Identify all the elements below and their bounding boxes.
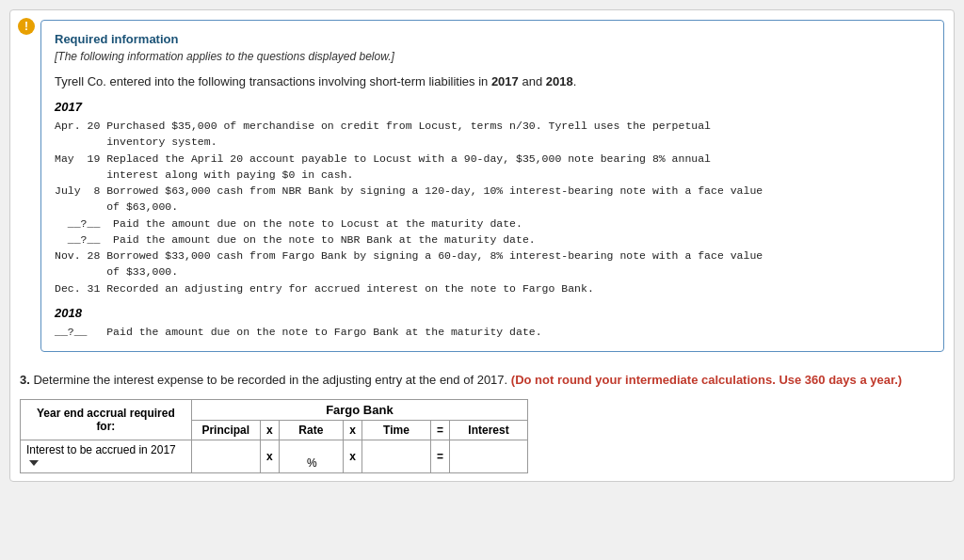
table-container: Year end accrual required for: Fargo Ban… — [20, 399, 944, 473]
row1-interest-cell[interactable] — [449, 440, 527, 472]
fargo-bank-header: Fargo Bank — [191, 399, 527, 420]
row1-label: Interest to be accrued in 2017 — [21, 440, 192, 472]
year-end-header: Year end accrual required for: — [21, 399, 192, 440]
principal-input[interactable] — [198, 450, 254, 463]
col-rate-header: Rate — [279, 420, 343, 440]
question-section: 3. Determine the interest expense to be … — [10, 361, 954, 481]
accrual-table: Year end accrual required for: Fargo Ban… — [20, 399, 528, 473]
col-x2-header: x — [343, 420, 362, 440]
col-principal-header: Principal — [191, 420, 260, 440]
time-input[interactable] — [368, 450, 425, 463]
alert-icon: ! — [18, 18, 35, 35]
col-interest-header: Interest — [449, 420, 527, 440]
col-time-header: Time — [362, 420, 430, 440]
row1-rate-cell[interactable]: % — [279, 440, 343, 472]
row1-time-cell[interactable] — [362, 440, 430, 472]
row1-x2-cell: x — [343, 440, 362, 472]
page-container: ! Required information [The following in… — [9, 9, 955, 482]
transactions-2018: __?__ Paid the amount due on the note to… — [55, 324, 930, 340]
rate-input[interactable] — [292, 443, 329, 456]
row1-principal-cell[interactable] — [191, 440, 260, 472]
row1-eq-cell: = — [430, 440, 449, 472]
dropdown-arrow-icon — [29, 460, 39, 466]
question-text: 3. Determine the interest expense to be … — [20, 371, 944, 390]
year-2017-heading: 2017 — [55, 100, 930, 114]
required-info-title: Required information — [55, 32, 930, 46]
col-x1-header: x — [260, 420, 279, 440]
info-box: Required information [The following info… — [40, 20, 944, 352]
col-eq-header: = — [430, 420, 449, 440]
interest-input[interactable] — [456, 450, 522, 463]
intro-text: Tyrell Co. entered into the following tr… — [55, 74, 930, 88]
percent-symbol: % — [305, 456, 317, 470]
transactions-2017: Apr. 20 Purchased $35,000 of merchandise… — [55, 118, 930, 296]
row1-x1-cell: x — [260, 440, 279, 472]
applies-text: [The following information applies to th… — [55, 50, 930, 63]
table-row: Interest to be accrued in 2017 x % x — [21, 440, 528, 472]
year-2018-heading: 2018 — [55, 306, 930, 320]
